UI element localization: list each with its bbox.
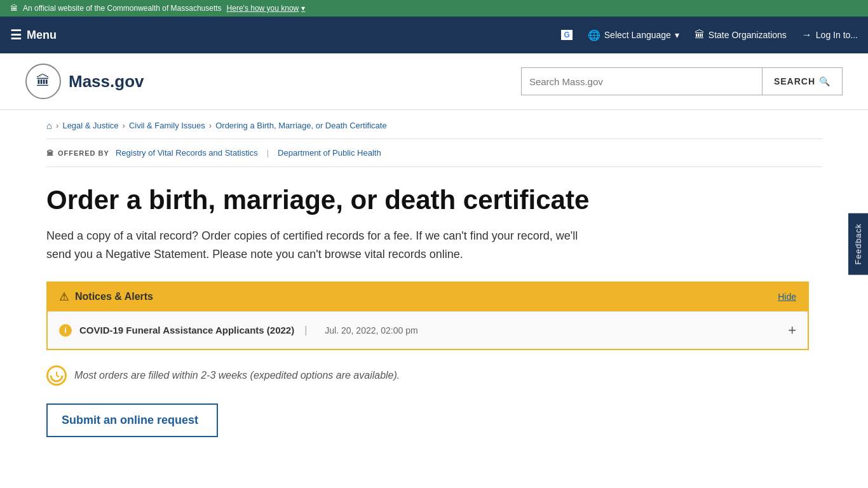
ma-seal-icon: 🏛 xyxy=(10,4,18,13)
login-icon: → xyxy=(802,29,812,41)
breadcrumb-sep-2: › xyxy=(123,121,125,130)
notice-item: i COVID-19 Funeral Assistance Applicants… xyxy=(48,311,808,349)
main-content: ⌂ › Legal & Justice › Civil & Family Iss… xyxy=(21,110,847,437)
top-banner: 🏛 An official website of the Commonwealt… xyxy=(0,0,868,17)
offered-by: 🏛 OFFERED BY Registry of Vital Records a… xyxy=(46,139,822,167)
notices-header: ⚠ Notices & Alerts Hide xyxy=(48,283,808,311)
mass-seal: 🏛 xyxy=(25,64,61,99)
pipe-separator: | xyxy=(267,148,269,158)
notice-title[interactable]: COVID-19 Funeral Assistance Applicants (… xyxy=(79,325,294,336)
search-icon: 🔍 xyxy=(819,76,831,86)
building-small-icon: 🏛 xyxy=(46,149,54,157)
breadcrumb-current: Ordering a Birth, Marriage, or Death Cer… xyxy=(215,121,387,130)
page-title: Order a birth, marriage, or death certif… xyxy=(46,185,822,215)
language-chevron: ▾ xyxy=(675,30,679,40)
timer-text: Most orders are filled within 2-3 weeks … xyxy=(74,370,400,381)
registry-link[interactable]: Registry of Vital Records and Statistics xyxy=(116,148,258,158)
notice-date: Jul. 20, 2022, 02:00 pm xyxy=(325,325,417,336)
chevron-down-icon: ▾ xyxy=(301,4,305,13)
breadcrumb-civil-family[interactable]: Civil & Family Issues xyxy=(129,121,205,130)
site-header: 🏛 Mass.gov SEARCH 🔍 xyxy=(0,53,868,110)
logo-text: Mass.gov xyxy=(69,72,144,92)
notices-hide-button[interactable]: Hide xyxy=(778,292,796,302)
notice-date-separator: | xyxy=(304,325,307,336)
notice-item-left: i COVID-19 Funeral Assistance Applicants… xyxy=(59,324,418,337)
globe-icon: 🌐 xyxy=(588,29,600,41)
breadcrumb-sep-1: › xyxy=(56,121,58,130)
notice-dot-icon: i xyxy=(59,324,72,337)
google-g-icon: G xyxy=(561,30,572,40)
notices-title: Notices & Alerts xyxy=(75,291,153,302)
official-text: An official website of the Commonwealth … xyxy=(23,4,222,13)
submit-online-request-button[interactable]: Submit an online request xyxy=(46,403,218,437)
search-area: SEARCH 🔍 xyxy=(521,67,843,95)
state-organizations-button[interactable]: 🏛 State Organizations xyxy=(695,29,787,41)
timer-info: Most orders are filled within 2-3 weeks … xyxy=(46,365,822,386)
dept-health-link[interactable]: Department of Public Health xyxy=(278,148,381,158)
nav-right-items: G 🌐 Select Language ▾ 🏛 State Organizati… xyxy=(561,29,858,41)
seal-icon: 🏛 xyxy=(36,73,50,90)
breadcrumb-home[interactable]: ⌂ xyxy=(46,120,52,131)
google-translate-icon[interactable]: G xyxy=(561,30,572,40)
warning-icon: ⚠ xyxy=(59,290,69,304)
mass-gov-logo[interactable]: 🏛 Mass.gov xyxy=(25,64,144,99)
search-button[interactable]: SEARCH 🔍 xyxy=(763,67,843,95)
select-language-button[interactable]: 🌐 Select Language ▾ xyxy=(588,29,679,41)
home-icon: ⌂ xyxy=(46,120,52,131)
hamburger-icon: ☰ xyxy=(10,27,22,43)
breadcrumb-legal-justice[interactable]: Legal & Justice xyxy=(62,121,118,130)
notices-header-left: ⚠ Notices & Alerts xyxy=(59,290,153,304)
search-input[interactable] xyxy=(521,67,763,95)
menu-label: Menu xyxy=(27,29,57,42)
feedback-button[interactable]: Feedback xyxy=(848,213,868,274)
main-nav: ☰ Menu G 🌐 Select Language ▾ 🏛 State Org… xyxy=(0,17,868,53)
page-description: Need a copy of a vital record? Order cop… xyxy=(46,227,593,264)
notices-container: ⚠ Notices & Alerts Hide i COVID-19 Funer… xyxy=(46,281,809,350)
breadcrumb-sep-3: › xyxy=(209,121,212,130)
select-language-label: Select Language xyxy=(604,30,671,40)
how-you-know-link[interactable]: Here's how you know ▾ xyxy=(227,4,306,13)
log-in-button[interactable]: → Log In to... xyxy=(802,29,858,41)
offered-by-label: 🏛 OFFERED BY xyxy=(46,149,109,157)
state-organizations-label: State Organizations xyxy=(709,30,787,40)
timer-icon xyxy=(46,365,67,386)
log-in-label: Log In to... xyxy=(816,30,858,40)
search-button-label: SEARCH xyxy=(774,76,815,86)
menu-button[interactable]: ☰ Menu xyxy=(10,27,57,43)
svg-line-2 xyxy=(57,376,59,377)
breadcrumb: ⌂ › Legal & Justice › Civil & Family Iss… xyxy=(46,110,822,139)
notice-expand-button[interactable]: + xyxy=(788,322,796,339)
building-icon: 🏛 xyxy=(695,29,705,41)
